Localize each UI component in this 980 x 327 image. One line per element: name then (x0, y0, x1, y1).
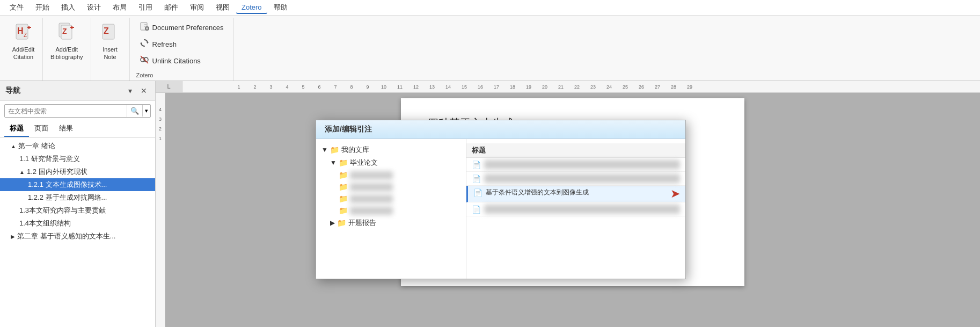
dialog-thesis-item[interactable]: ▼ 📁 毕业论文 (316, 156, 466, 169)
v-ruler-mark-2: 2 (159, 124, 162, 134)
menu-zotero[interactable]: Zotero (236, 2, 267, 14)
svg-text:Z: Z (62, 27, 67, 35)
zotero-group-label: Zotero (136, 70, 227, 78)
ref-doc-icon-highlighted: 📄 (473, 188, 482, 197)
v-ruler-mark-4: 4 (159, 105, 162, 114)
dialog-col-header: 标题 (466, 143, 685, 158)
tree-item-1-4[interactable]: 1.4本文组织结构 (0, 217, 155, 230)
nav-close-button[interactable]: ✕ (138, 85, 150, 96)
nav-panel-title: 导航 (5, 86, 20, 96)
blurred-folder-4-icon: 📁 (339, 206, 348, 215)
dialog-blurred-folder-4[interactable]: 📁 (316, 205, 466, 216)
menu-reference[interactable]: 引用 (133, 1, 158, 14)
ruler-mark-20: 20 (540, 84, 550, 90)
unlink-citations-button[interactable]: Unlink Citations (136, 53, 227, 69)
tree-item-1-3[interactable]: 1.3本文研究内容与主要贡献 (0, 204, 155, 217)
menu-review[interactable]: 审阅 (185, 1, 209, 14)
tree-item-1-2-1[interactable]: 1.2.1 文本生成图像技术... (0, 178, 155, 191)
tab-results[interactable]: 结果 (54, 121, 78, 137)
ruler-l-mark: L (167, 84, 170, 90)
ruler-mark-29: 29 (685, 84, 694, 90)
bibliography-label2: Bibliography (50, 54, 83, 60)
add-edit-citation-label2: Citation (13, 54, 33, 60)
menu-view[interactable]: 视图 (210, 1, 235, 14)
ruler-mark-25: 25 (620, 84, 630, 90)
search-button[interactable]: 🔍 (127, 105, 142, 117)
add-edit-citation-label: Add/Edit (12, 46, 35, 53)
v-ruler-mark-3: 3 (159, 114, 162, 124)
page-scroll-container: 四种基于文本生成 除了传统方法生成新 添加/编辑引注 (165, 93, 980, 327)
refresh-icon (140, 38, 149, 50)
blurred-folder-1-label (350, 171, 393, 179)
tree-label-1-2-1: 1.2.1 文本生成图像技术... (28, 180, 107, 190)
navigation-panel: 导航 ▾ ✕ 🔍 ▾ 标题 页面 结果 ▲ 第一章 绪论 1.1 研究背景与意义 (0, 81, 156, 327)
dialog-title: 添加/编辑引注 (325, 125, 372, 134)
dialog-ref-item-highlighted[interactable]: 📄 基于条件语义增强的文本到图像生成 ➤ (466, 186, 685, 202)
menu-insert[interactable]: 插入 (56, 1, 81, 14)
ribbon-group-preferences: Document Preferences Refresh (130, 18, 234, 81)
ribbon-group-add-edit-citation: H Z Add/Edit Citation (4, 18, 43, 81)
dialog-open-topic-item[interactable]: ▶ 📁 开题报告 (316, 216, 466, 229)
refresh-label: Refresh (152, 40, 177, 48)
dialog-ref-item-1[interactable]: 📄 (466, 172, 685, 186)
menu-start[interactable]: 开始 (30, 1, 55, 14)
thesis-label: 毕业论文 (350, 158, 378, 168)
nav-dropdown-button[interactable]: ▾ (126, 85, 135, 96)
blurred-folder-1-icon: 📁 (339, 171, 348, 179)
ruler-mark-6: 6 (315, 84, 324, 90)
document-preferences-button[interactable]: Document Preferences (136, 20, 227, 35)
ruler-mark-22: 22 (572, 84, 582, 90)
dialog-ref-item-2[interactable]: 📄 (466, 202, 685, 216)
insert-note-label2: Note (104, 54, 116, 60)
search-input[interactable] (5, 105, 127, 117)
insert-note-button[interactable]: Z Insert Note (96, 20, 125, 62)
tree-item-chapter2[interactable]: ▶ 第二章 基于语义感知的文本生... (0, 230, 155, 243)
search-dropdown-button[interactable]: ▾ (142, 105, 150, 117)
vertical-ruler: 4 3 2 1 (156, 93, 165, 327)
ruler-mark-3: 3 (266, 84, 276, 90)
svg-text:Z: Z (104, 26, 109, 35)
search-bar: 🔍 ▾ (4, 104, 151, 118)
dialog-blurred-folder-3[interactable]: 📁 (316, 193, 466, 205)
ruler-mark-23: 23 (588, 84, 598, 90)
dialog-references-panel: 标题 📄 📄 (466, 139, 685, 279)
menu-layout[interactable]: 布局 (107, 1, 132, 14)
tree-arrow-chapter1: ▲ (11, 143, 16, 149)
bibliography-icon: Z (57, 22, 76, 44)
doc-scroll-area: 4 3 2 1 四种基于文本生成 除了传统方法生成新 添加/编辑引注 (156, 93, 980, 327)
tree-label-1-3: 1.3本文研究内容与主要贡献 (19, 206, 106, 215)
dialog-ref-item-0[interactable]: 📄 (466, 158, 685, 172)
tab-pages[interactable]: 页面 (29, 121, 54, 137)
menu-design[interactable]: 设计 (82, 1, 106, 14)
open-topic-label: 开题报告 (348, 218, 376, 228)
tree-item-1-2-2[interactable]: 1.2.2 基于生成对抗网络... (0, 191, 155, 204)
ref-text-1 (484, 174, 680, 183)
tree-label-chapter2: 第二章 基于语义感知的文本生... (17, 231, 115, 241)
ref-doc-icon-0: 📄 (472, 161, 481, 169)
tree-arrow-chapter2: ▶ (11, 234, 15, 239)
dialog-my-library-item[interactable]: ▼ 📁 我的文库 (316, 143, 466, 156)
svg-text:H: H (17, 26, 24, 35)
ruler-mark-18: 18 (508, 84, 517, 90)
add-edit-citation-button[interactable]: H Z Add/Edit Citation (9, 20, 38, 62)
menu-file[interactable]: 文件 (4, 1, 29, 14)
svg-marker-17 (147, 42, 149, 43)
dialog-header: 添加/编辑引注 (316, 120, 685, 139)
nav-controls: ▾ ✕ (126, 85, 150, 96)
dialog-blurred-folder-2[interactable]: 📁 (316, 181, 466, 193)
menu-help[interactable]: 帮助 (268, 1, 293, 14)
ruler-mark-11: 11 (395, 84, 405, 90)
unlink-citations-icon (140, 55, 149, 67)
ruler-mark-13: 13 (427, 84, 437, 90)
refresh-button[interactable]: Refresh (136, 37, 227, 52)
tab-headings[interactable]: 标题 (4, 121, 29, 137)
tree-item-chapter1[interactable]: ▲ 第一章 绪论 (0, 140, 155, 152)
ref-text-0 (484, 160, 680, 169)
add-edit-citation-icon: H Z (14, 22, 33, 44)
dialog-blurred-folder-1[interactable]: 📁 (316, 169, 466, 181)
blurred-folder-2-label (350, 183, 393, 191)
menu-mail[interactable]: 邮件 (159, 1, 184, 14)
tree-item-1-1[interactable]: 1.1 研究背景与意义 (0, 152, 155, 165)
add-edit-bibliography-button[interactable]: Z Add/Edit Bibliography (47, 20, 86, 62)
tree-item-1-2[interactable]: ▲ 1.2 国内外研究现状 (0, 165, 155, 178)
